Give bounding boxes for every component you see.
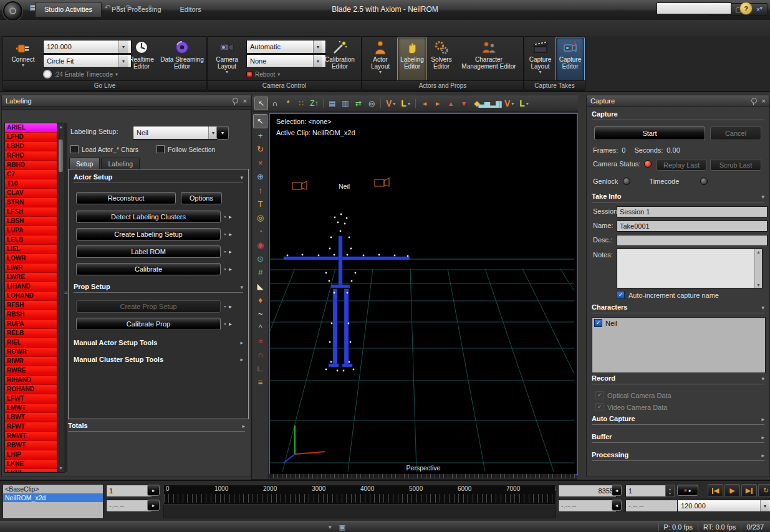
marker-item[interactable]: LFHD [5, 133, 57, 142]
marker-item[interactable]: LIHAND [5, 282, 57, 292]
list-tool-icon[interactable]: ≡ [254, 376, 267, 389]
clip-timecode-field[interactable]: -.--.-- [106, 500, 152, 512]
wave-curve-icon[interactable]: ≈ [254, 335, 267, 348]
clip-item[interactable] [3, 502, 103, 511]
marker-item[interactable]: LBWT [5, 413, 57, 422]
timecode-field-1[interactable]: -.--.-- [558, 500, 617, 512]
marker-item[interactable]: CLAV [5, 189, 57, 198]
lasso-icon[interactable]: ∩ [269, 97, 281, 110]
marker-set-icon[interactable]: ∷ [295, 97, 307, 110]
help-button[interactable]: ? [739, 2, 753, 15]
manual-tools-header[interactable]: Manual Cluster Setup Tools ▸ [74, 353, 243, 366]
timecode-field-2[interactable]: -.--.-- [625, 500, 679, 512]
magnet-tool-icon[interactable]: ∩ [254, 348, 267, 361]
end-frame-step-button[interactable]: ◂ [612, 485, 622, 496]
marker-item[interactable]: C7 [5, 170, 57, 179]
marker-item[interactable]: T10 [5, 179, 57, 189]
fit-mode-combo[interactable]: Circle Fit▾ [43, 54, 132, 68]
heat-tool-icon[interactable]: ♦ [254, 293, 267, 306]
character-management-editor-button[interactable]: Character Management Editor [457, 37, 521, 82]
translate-tool-icon[interactable]: + [254, 129, 267, 142]
playback-rate-combo[interactable]: 120.000▾ [677, 500, 770, 512]
select-icon[interactable]: ↖ [254, 97, 268, 110]
notes-input[interactable]: ▲▼ [617, 249, 763, 288]
marker-item[interactable]: LMWT [5, 404, 57, 413]
action-expand-icon[interactable]: ▸ [229, 266, 232, 272]
orbit-tool-icon[interactable]: ⊕ [254, 170, 267, 183]
scrollbar-thumb[interactable] [59, 140, 63, 172]
ribbon-tab[interactable]: Post Processing [103, 2, 170, 16]
loop-button[interactable]: ↻ [758, 484, 770, 497]
marker-item[interactable]: LOWR [5, 254, 57, 264]
labeling-tab[interactable]: Labeling [101, 158, 140, 169]
paste-layout-icon[interactable]: ▥ [339, 97, 352, 110]
marker-item[interactable]: RBWT [5, 441, 57, 450]
marker-item[interactable]: RFWT [5, 422, 57, 432]
marker-item[interactable]: RBSH [5, 310, 57, 320]
marker-item[interactable]: RFSH [5, 301, 57, 310]
action-expand-icon[interactable]: ▸ [229, 231, 232, 237]
take-list-button[interactable]: ≡ ▸ [677, 485, 698, 496]
quick-search-input[interactable] [657, 2, 731, 14]
marker-item[interactable]: ARIEL [5, 123, 57, 133]
pin-icon[interactable] [751, 98, 757, 103]
angle-tool-icon[interactable]: ∟ [254, 362, 267, 375]
close-panel-icon[interactable]: × [243, 97, 247, 105]
camera-up-icon[interactable]: ▴ [445, 97, 457, 110]
record-option-checkbox[interactable]: ✓ Video Camera Data [595, 401, 758, 413]
marker-item[interactable]: RIHAND [5, 376, 57, 385]
clip-item[interactable]: <BaseClip> [3, 485, 103, 493]
marker-item[interactable]: RFHD [5, 151, 57, 161]
prop-setup-header[interactable]: Prop Setup ▾ [74, 283, 243, 293]
copy-layout-icon[interactable]: ▤ [326, 97, 339, 110]
marker-item[interactable]: RIEL [5, 338, 57, 348]
swap-view-icon[interactable]: ⇄ [352, 97, 365, 110]
grid-tool-icon[interactable]: # [254, 266, 267, 279]
camera-layout-button[interactable]: Camera Layout ▾ [210, 37, 244, 82]
timeline-ruler[interactable]: 010002000300040005000600070008000 [163, 485, 556, 505]
timecode-step-button[interactable]: ◂ [612, 500, 622, 511]
record-option-checkbox[interactable]: ✓ Optical Camera Data [595, 389, 758, 401]
timeline-track[interactable] [163, 505, 556, 518]
marker-item[interactable]: LFWT [5, 394, 57, 404]
segment-tool-icon[interactable]: ◔ [254, 225, 267, 238]
camera-down-icon[interactable]: ▾ [458, 97, 470, 110]
record-header[interactable]: Record ▾ [592, 374, 764, 384]
camera-calibration-combo[interactable]: None▾ [246, 54, 326, 68]
description-input[interactable] [617, 235, 768, 246]
clip-index-step-button[interactable]: ▸ [147, 485, 160, 496]
end-frame-field[interactable]: 8355 [558, 485, 617, 497]
rotate-tool-icon[interactable]: ↻ [254, 143, 267, 156]
labeling-tab[interactable]: Setup [69, 158, 100, 169]
cancel-button[interactable]: Cancel [710, 126, 761, 140]
actor-setup-action-button[interactable]: Label ROM [76, 245, 221, 258]
play-button[interactable]: ▶ [724, 484, 740, 497]
character-item[interactable]: ✓ Neil [592, 318, 765, 328]
labeling-setup-combo[interactable]: Neil▾ [133, 126, 221, 140]
scale-tool-icon[interactable]: × [254, 156, 267, 169]
z-up-icon[interactable]: Z↑ [308, 97, 320, 110]
action-toggle-icon[interactable]: ▪ [224, 266, 226, 272]
prop-setup-action-button[interactable]: Calibrate Prop [76, 318, 221, 330]
action-expand-icon[interactable]: ▸ [229, 303, 232, 310]
viewport-frame-ruler[interactable] [269, 474, 575, 478]
marker-item[interactable]: LBHD [5, 142, 57, 151]
scrub-last-button[interactable]: Scrub Last [710, 159, 761, 171]
marker-item[interactable]: RMWT [5, 432, 57, 441]
marker-item[interactable]: LELB [5, 235, 57, 245]
replay-last-button[interactable]: Replay Last [657, 159, 706, 171]
marker-item[interactable]: LFSH [5, 207, 57, 217]
action-toggle-icon[interactable]: ▪ [224, 231, 226, 237]
marker-item[interactable]: LHIP [5, 450, 57, 460]
marker-item[interactable]: RELB [5, 329, 57, 338]
label-mode-dropdown[interactable]: L▾ [398, 98, 413, 108]
actor-setup-header[interactable]: Actor Setup ▾ [74, 173, 243, 183]
actors-tool-icon[interactable]: ◉ [254, 239, 267, 252]
follow-selection-checkbox[interactable]: Follow Selection [156, 145, 215, 153]
actor-setup-action-button[interactable]: Detect Labeling Clusters [76, 211, 221, 223]
marker-item[interactable]: RBHD [5, 161, 57, 170]
camera-next-icon[interactable]: ▸ [431, 97, 444, 110]
processing-header[interactable]: Processing ▸ [592, 451, 764, 461]
reconstruct-button[interactable]: Reconstruct [76, 192, 176, 204]
ruler-tool-icon[interactable]: ◣ [254, 280, 267, 293]
